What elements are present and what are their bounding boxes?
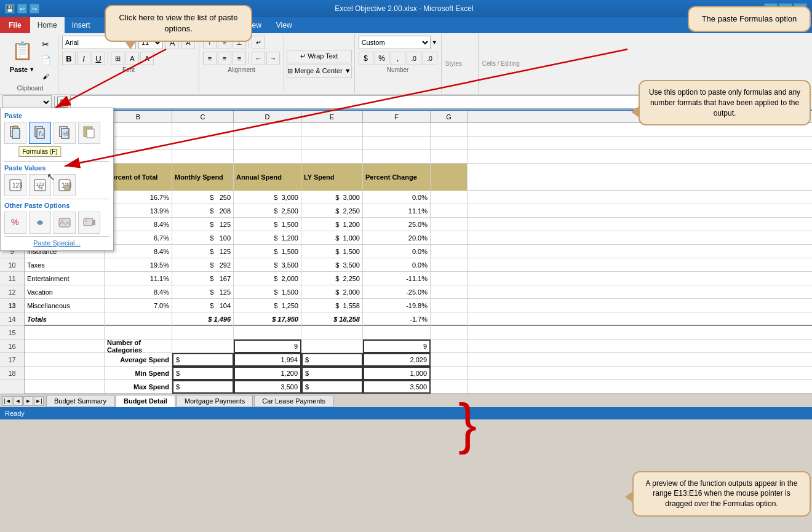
tab-home[interactable]: Home <box>30 17 65 33</box>
cell-D7[interactable]: $ 1,500 <box>234 218 301 231</box>
cell-E7[interactable]: $ 1,200 <box>301 218 363 231</box>
cell-A13[interactable]: Miscellaneous <box>25 299 105 312</box>
cell-C8[interactable]: $ 100 <box>172 231 234 245</box>
cell-G4[interactable] <box>431 164 468 191</box>
cell-G9[interactable] <box>431 245 468 258</box>
border-button[interactable]: ⊞ <box>111 52 124 65</box>
sheet-tab-budget-summary[interactable]: Budget Summary <box>46 395 114 407</box>
clipboard-small-buttons[interactable]: ✂ 📄 🖌 <box>38 37 53 84</box>
tab-view[interactable]: View <box>269 17 300 33</box>
cell-E3[interactable] <box>301 150 363 164</box>
cell-G8[interactable] <box>431 231 468 245</box>
cell-B2[interactable] <box>105 137 172 150</box>
save-icon[interactable]: 💾 <box>5 4 15 14</box>
cell-B1[interactable] <box>105 123 172 137</box>
cell-G3[interactable] <box>431 150 468 164</box>
col-header-B[interactable]: B <box>105 111 172 123</box>
cell-B5[interactable]: 16.7% <box>105 191 172 204</box>
tab-file[interactable]: File <box>0 17 30 33</box>
cell-D8[interactable]: $ 1,200 <box>234 231 301 245</box>
cell-C12[interactable]: $ 125 <box>172 285 234 299</box>
cell-G13[interactable] <box>431 299 468 312</box>
cell-C5[interactable]: $ 250 <box>172 191 234 204</box>
paste-dropdown-arrow[interactable]: ▼ <box>29 66 34 73</box>
cell-C10[interactable]: $ 292 <box>172 258 234 272</box>
cell-C4[interactable]: Monthly Spend <box>172 164 234 191</box>
cell-F3[interactable] <box>363 150 431 164</box>
cell-B6[interactable]: 13.9% <box>105 204 172 218</box>
row-num-13[interactable]: 13 <box>0 299 24 312</box>
cell-A15[interactable] <box>25 326 105 339</box>
tab-next-btn[interactable]: ► <box>23 396 33 406</box>
cell-E14[interactable]: $ 18,258 <box>301 312 363 326</box>
row-num-15[interactable]: 15 <box>0 326 24 339</box>
cell-C7[interactable]: $ 125 <box>172 218 234 231</box>
cell-A10[interactable]: Taxes <box>25 258 105 272</box>
cell-B14[interactable] <box>105 312 172 326</box>
cell-F5[interactable]: 0.0% <box>363 191 431 204</box>
cell-G15[interactable] <box>431 326 468 339</box>
underline-button[interactable]: U <box>92 52 105 65</box>
redo-icon[interactable]: ↪ <box>30 4 39 14</box>
cell-F11[interactable]: -11.1% <box>363 272 431 285</box>
cell-E2[interactable] <box>301 137 363 150</box>
cell-C13[interactable]: $ 104 <box>172 299 234 312</box>
row-num-16[interactable]: 16 <box>0 339 24 353</box>
cell-F1[interactable] <box>363 123 431 137</box>
align-left-button[interactable]: ≡ <box>203 52 217 65</box>
cell-B18-label[interactable]: Min Spend <box>105 367 172 380</box>
decrease-indent-button[interactable]: ← <box>252 52 265 65</box>
cell-C6[interactable]: $ 208 <box>172 204 234 218</box>
cell-G1[interactable] <box>431 123 468 137</box>
sheet-tab-mortgage[interactable]: Mortgage Payments <box>177 395 253 407</box>
wrap-text-ribbon-button[interactable]: ↵ Wrap Text <box>287 50 352 63</box>
cell-E1[interactable] <box>301 123 363 137</box>
paste-big-button[interactable]: 📋 <box>7 36 37 65</box>
cell-B4[interactable]: Percent of Total <box>105 164 172 191</box>
cell-A11[interactable]: Entertainment <box>25 272 105 285</box>
cell-D4[interactable]: Annual Spend <box>234 164 301 191</box>
cell-D1[interactable] <box>234 123 301 137</box>
cell-C14[interactable]: $ 1,496 <box>172 312 234 326</box>
paste-special-link[interactable]: Paste Special... <box>4 239 109 247</box>
currency-button[interactable]: $ <box>359 52 373 65</box>
name-box[interactable] <box>2 95 52 109</box>
cell-B15[interactable] <box>105 326 172 339</box>
tab-navigation[interactable]: |◄ ◄ ► ►| <box>2 396 44 406</box>
align-right-button[interactable]: ≡ <box>233 52 246 65</box>
row-num-18[interactable]: 18 <box>0 367 24 380</box>
cell-E4[interactable]: LY Spend <box>301 164 363 191</box>
tab-first-btn[interactable]: |◄ <box>2 396 12 406</box>
cell-E11[interactable]: $ 2,250 <box>301 272 363 285</box>
cell-B10[interactable]: 19.5% <box>105 258 172 272</box>
cell-D19[interactable]: 3,500 <box>234 380 301 394</box>
paste-formatting-button[interactable]: % <box>4 212 26 234</box>
col-header-E[interactable]: E <box>301 111 363 123</box>
cell-B9[interactable]: 8.4% <box>105 245 172 258</box>
cell-G2[interactable] <box>431 137 468 150</box>
paste-keep-source-button[interactable] <box>78 122 100 144</box>
cell-D15[interactable] <box>234 326 301 339</box>
paste-values-button[interactable]: 123 <box>4 174 26 196</box>
paste-all-button[interactable] <box>4 122 26 144</box>
cell-C2[interactable] <box>172 137 234 150</box>
cell-B12[interactable]: 8.4% <box>105 285 172 299</box>
font-color-button[interactable]: A <box>140 52 154 65</box>
cell-D14[interactable]: $ 17,950 <box>234 312 301 326</box>
cell-G19[interactable] <box>431 380 468 394</box>
cell-D11[interactable]: $ 2,000 <box>234 272 301 285</box>
cell-D5[interactable]: $ 3,000 <box>234 191 301 204</box>
cut-button[interactable]: ✂ <box>38 37 53 52</box>
cell-A12[interactable]: Vacation <box>25 285 105 299</box>
cell-C9[interactable]: $ 125 <box>172 245 234 258</box>
cell-E9[interactable]: $ 1,500 <box>301 245 363 258</box>
paste-formulas-button[interactable]: f x Formulas (F) <box>29 122 51 144</box>
cell-G6[interactable] <box>431 204 468 218</box>
cell-C15[interactable] <box>172 326 234 339</box>
cell-F18[interactable]: 1,000 <box>363 367 431 380</box>
cell-D3[interactable] <box>234 150 301 164</box>
cell-F13[interactable]: -19.8% <box>363 299 431 312</box>
quick-access-icons[interactable]: 💾 ↩ ↪ <box>5 4 39 14</box>
align-center-button[interactable]: ≡ <box>218 52 231 65</box>
cell-C17[interactable]: $ <box>172 353 234 367</box>
